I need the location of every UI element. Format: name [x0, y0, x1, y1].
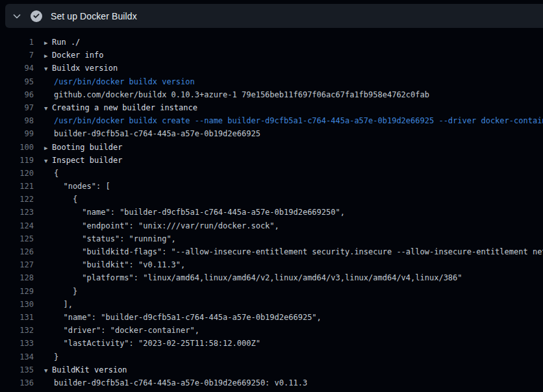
log-group-row[interactable]: ▶Booting builder: [34, 141, 122, 154]
line-number[interactable]: 128: [0, 271, 34, 284]
output-text: }: [34, 350, 58, 363]
group-collapsed-icon: ▶: [44, 141, 52, 154]
log-line: 136builder-d9cfb5a1-c764-445a-a57e-0b19d…: [0, 376, 543, 389]
line-number[interactable]: 120: [0, 167, 34, 180]
log-line: 120{: [0, 167, 543, 180]
log-line: 121 "nodes": [: [0, 180, 543, 193]
log-lines: 1▶Run ./7▶Docker info94▼Buildx version95…: [0, 36, 543, 389]
log-line: 98/usr/bin/docker buildx create --name b…: [0, 114, 543, 127]
line-number[interactable]: 126: [0, 245, 34, 258]
group-title: Run ./: [52, 38, 80, 47]
log-line: 125 "status": "running",: [0, 232, 543, 245]
line-number[interactable]: 133: [0, 337, 34, 350]
group-title: BuildKit version: [52, 365, 127, 374]
output-text: "endpoint": "unix:///var/run/docker.sock…: [34, 219, 279, 232]
output-text: "driver": "docker-container",: [34, 324, 199, 337]
group-title: Inspect builder: [52, 156, 122, 165]
output-text: {: [34, 167, 58, 180]
log-line: 130 ],: [0, 298, 543, 311]
group-expanded-icon: ▼: [44, 364, 52, 376]
log-line: 132 "driver": "docker-container",: [0, 324, 543, 337]
log-line[interactable]: 100▶Booting builder: [0, 141, 543, 154]
log-line: 127 "buildkit": "v0.11.3",: [0, 258, 543, 271]
group-title: Docker info: [52, 51, 103, 60]
output-text: "name": "builder-d9cfb5a1-c764-445a-a57e…: [34, 311, 322, 324]
group-title: Booting builder: [52, 143, 122, 152]
log-line: 129 }: [0, 285, 543, 298]
group-title: Buildx version: [52, 64, 118, 73]
step-title: Set up Docker Buildx: [51, 11, 137, 21]
line-number[interactable]: 130: [0, 298, 34, 311]
group-expanded-icon: ▼: [44, 62, 52, 75]
group-collapsed-icon: ▶: [44, 36, 52, 49]
log-line[interactable]: 119▼Inspect builder: [0, 154, 543, 167]
line-number[interactable]: 95: [0, 75, 34, 88]
line-number[interactable]: 96: [0, 88, 34, 101]
log-group-row[interactable]: ▼Inspect builder: [34, 154, 122, 167]
log-line: 134}: [0, 350, 543, 363]
log-group-row[interactable]: ▼Buildx version: [34, 62, 118, 75]
output-text: {: [34, 193, 77, 206]
line-number[interactable]: 124: [0, 219, 34, 232]
output-text: builder-d9cfb5a1-c764-445a-a57e-0b19d2e6…: [34, 376, 307, 389]
log-line[interactable]: 94▼Buildx version: [0, 62, 543, 75]
line-number[interactable]: 119: [0, 154, 34, 167]
log-line: 128 "platforms": "linux/amd64,linux/amd6…: [0, 271, 543, 284]
line-number[interactable]: 7: [0, 49, 34, 62]
group-title: Creating a new builder instance: [52, 103, 197, 112]
log-line: 131 "name": "builder-d9cfb5a1-c764-445a-…: [0, 311, 543, 324]
output-text: github.com/docker/buildx 0.10.3+azure-1 …: [34, 88, 429, 101]
line-number[interactable]: 99: [0, 127, 34, 140]
line-number[interactable]: 121: [0, 180, 34, 193]
group-expanded-icon: ▼: [44, 154, 52, 167]
line-number[interactable]: 135: [0, 363, 34, 376]
output-text: "lastActivity": "2023-02-25T11:58:12.000…: [34, 337, 260, 350]
log-group-row[interactable]: ▶Run ./: [34, 36, 80, 49]
check-circle-icon: [31, 10, 42, 22]
line-number[interactable]: 1: [0, 36, 34, 49]
command-text: /usr/bin/docker buildx version: [34, 75, 195, 88]
line-number[interactable]: 94: [0, 62, 34, 75]
line-number[interactable]: 97: [0, 101, 34, 114]
group-expanded-icon: ▼: [44, 102, 52, 114]
line-number[interactable]: 98: [0, 114, 34, 127]
output-text: "status": "running",: [34, 232, 176, 245]
log-line: 122 {: [0, 193, 543, 206]
log-line: 123 "name": "builder-d9cfb5a1-c764-445a-…: [0, 206, 543, 219]
log-line: 95/usr/bin/docker buildx version: [0, 75, 543, 88]
line-number[interactable]: 134: [0, 350, 34, 363]
line-number[interactable]: 132: [0, 324, 34, 337]
log-line: 133 "lastActivity": "2023-02-25T11:58:12…: [0, 337, 543, 350]
log-line[interactable]: 1▶Run ./: [0, 36, 543, 49]
log-line[interactable]: 7▶Docker info: [0, 49, 543, 62]
log-group-row[interactable]: ▼BuildKit version: [34, 363, 127, 376]
output-text: }: [34, 285, 77, 298]
line-number[interactable]: 136: [0, 376, 34, 389]
step-header[interactable]: Set up Docker Buildx: [5, 4, 543, 28]
log-line: 96github.com/docker/buildx 0.10.3+azure-…: [0, 88, 543, 101]
log-group-row[interactable]: ▶Docker info: [34, 49, 103, 62]
log-line: 99builder-d9cfb5a1-c764-445a-a57e-0b19d2…: [0, 127, 543, 140]
line-number[interactable]: 123: [0, 206, 34, 219]
output-text: "buildkitd-flags": "--allow-insecure-ent…: [34, 245, 543, 258]
command-text: /usr/bin/docker buildx create --name bui…: [34, 114, 543, 127]
line-number[interactable]: 127: [0, 258, 34, 271]
output-text: ],: [34, 298, 73, 311]
log-line[interactable]: 97▼Creating a new builder instance: [0, 101, 543, 114]
line-number[interactable]: 122: [0, 193, 34, 206]
output-text: "buildkit": "v0.11.3",: [34, 258, 185, 271]
output-text: "nodes": [: [34, 180, 110, 193]
output-text: builder-d9cfb5a1-c764-445a-a57e-0b19d2e6…: [34, 127, 260, 140]
log-line[interactable]: 135▼BuildKit version: [0, 363, 543, 376]
line-number[interactable]: 100: [0, 141, 34, 154]
group-collapsed-icon: ▶: [44, 49, 52, 62]
log-line: 126 "buildkitd-flags": "--allow-insecure…: [0, 245, 543, 258]
log-line: 124 "endpoint": "unix:///var/run/docker.…: [0, 219, 543, 232]
line-number[interactable]: 129: [0, 285, 34, 298]
chevron-down-icon[interactable]: [12, 11, 22, 21]
line-number[interactable]: 131: [0, 311, 34, 324]
output-text: "platforms": "linux/amd64,linux/amd64/v2…: [34, 271, 462, 284]
output-text: "name": "builder-d9cfb5a1-c764-445a-a57e…: [34, 206, 345, 219]
log-group-row[interactable]: ▼Creating a new builder instance: [34, 101, 197, 114]
line-number[interactable]: 125: [0, 232, 34, 245]
